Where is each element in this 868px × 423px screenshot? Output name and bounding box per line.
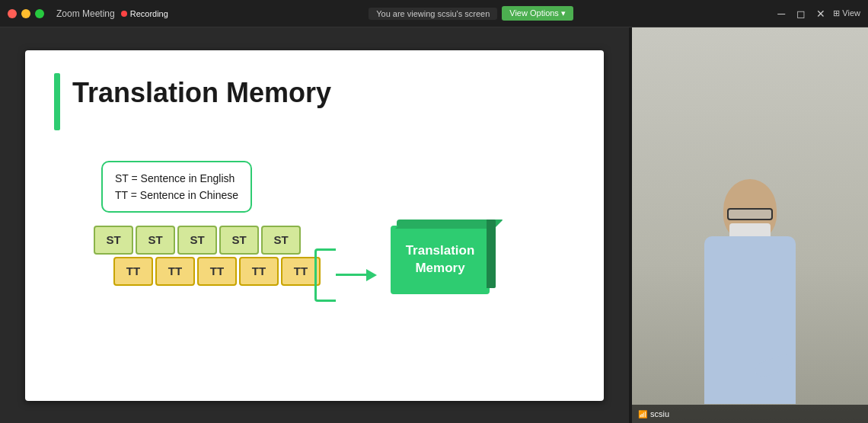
accent-bar — [54, 73, 60, 130]
view-label[interactable]: ⊞ View — [833, 8, 860, 18]
arrow-diagram — [314, 248, 377, 302]
notice-text: You are viewing scsiu's screen — [369, 8, 497, 20]
slide-title: Translation Memory — [72, 77, 331, 109]
participant-name: scsiu — [650, 409, 669, 418]
arrow-line — [336, 274, 366, 276]
tm-box: Translation Memory — [391, 226, 490, 294]
screen-share-notice: You are viewing scsiu's screen View Opti… — [369, 6, 573, 21]
top-bar-left: Zoom Meeting Recording — [8, 8, 168, 19]
person-glasses — [727, 208, 773, 220]
tt-block-3: TT — [197, 257, 237, 286]
maximize-button[interactable] — [35, 9, 44, 18]
st-block-3: ST — [177, 226, 217, 255]
tm-label-line2: Memory — [415, 261, 464, 275]
st-block-1: ST — [94, 226, 133, 255]
person-body — [704, 236, 796, 404]
tm-label: Translation Memory — [406, 242, 475, 276]
legend-line1: ST = Sentence in English — [115, 170, 238, 187]
presentation-slide: Translation Memory ST = Sentence in Engl… — [25, 50, 604, 401]
tt-row: TT TT TT TT TT — [113, 257, 321, 286]
close-window-button[interactable]: ✕ — [813, 8, 828, 20]
webcam-label-bar: 📶 scsiu — [632, 405, 868, 423]
legend-box: ST = Sentence in English TT = Sentence i… — [101, 161, 252, 213]
st-block-5: ST — [261, 226, 301, 255]
tt-block-4: TT — [239, 257, 279, 286]
webcam-video — [632, 27, 868, 423]
restore-window-button[interactable]: ◻ — [793, 8, 809, 20]
person-arm — [753, 352, 794, 380]
tm-box-right-face — [487, 220, 496, 288]
view-options-button[interactable]: View Options ▾ — [502, 6, 573, 21]
sttt-diagram: ST ST ST ST ST TT TT TT TT TT — [94, 226, 321, 288]
arrow-head — [366, 269, 377, 281]
tm-box-container: Translation Memory — [391, 226, 490, 294]
recording-badge: Recording — [121, 9, 168, 18]
recording-label: Recording — [130, 9, 168, 18]
tt-block-1: TT — [113, 257, 153, 286]
title-bar: Zoom Meeting Recording You are viewing s… — [0, 0, 868, 27]
main-content: Translation Memory ST = Sentence in Engl… — [0, 27, 868, 423]
close-button[interactable] — [8, 9, 17, 18]
st-block-2: ST — [136, 226, 175, 255]
legend-line2: TT = Sentence in Chinese — [115, 187, 238, 203]
recording-dot — [121, 11, 127, 17]
st-block-4: ST — [219, 226, 259, 255]
slide-panel: Translation Memory ST = Sentence in Engl… — [0, 27, 629, 423]
signal-icon: 📶 — [638, 410, 647, 418]
minimize-window-button[interactable]: ─ — [774, 8, 789, 20]
window-controls — [8, 9, 44, 18]
minimize-button[interactable] — [21, 9, 30, 18]
person-figure — [674, 164, 826, 423]
st-row: ST ST ST ST ST — [94, 226, 321, 255]
app-title: Zoom Meeting — [56, 8, 115, 19]
top-bar-right: ─ ◻ ✕ ⊞ View — [774, 8, 860, 20]
bracket-shape — [314, 248, 336, 302]
tt-block-2: TT — [155, 257, 195, 286]
webcam-panel: 📶 scsiu — [632, 27, 868, 423]
person-head — [723, 179, 777, 240]
tm-label-line1: Translation — [406, 243, 475, 258]
